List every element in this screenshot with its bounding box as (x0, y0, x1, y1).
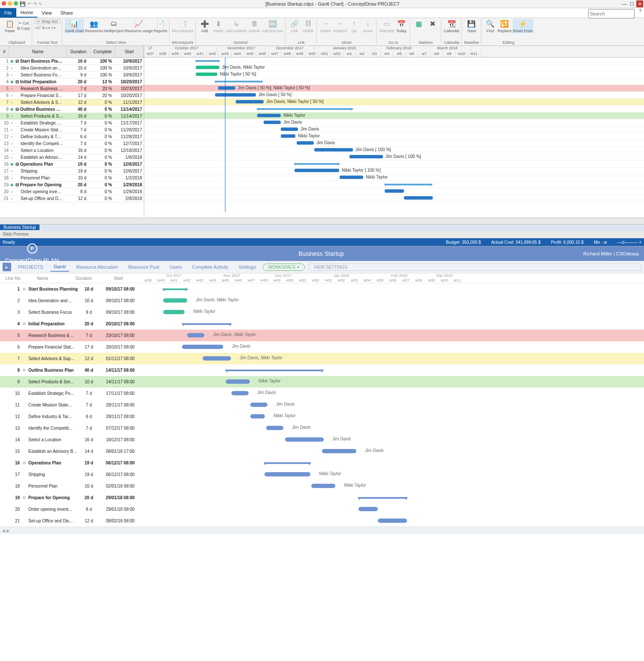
task-bar[interactable] (215, 93, 256, 97)
outdent-button[interactable]: ←Outdent (333, 19, 347, 33)
task-bar[interactable] (182, 345, 223, 349)
down-button[interactable]: ↓Down (361, 19, 374, 33)
wrap-text-toggle[interactable]: ↩ Wrap text (35, 19, 60, 24)
pointer-icon[interactable]: ↖ (39, 1, 43, 7)
task-bar[interactable] (264, 121, 281, 124)
insert-button[interactable]: ⬇Insert (212, 19, 225, 33)
task-bar[interactable] (322, 449, 356, 453)
col-start[interactable]: Start (115, 46, 144, 58)
task-row[interactable]: 10Establish Strategic Po...7 d17/11/17 0… (0, 388, 142, 399)
save-baseline-button[interactable]: 💾Save (465, 19, 478, 33)
task-bar[interactable] (264, 472, 310, 476)
task-bar[interactable] (311, 484, 335, 488)
task-row[interactable]: 21Set-up Office and Dis...12 d08/02/18 0… (0, 515, 142, 527)
goto-today-button[interactable]: 📅Today (395, 19, 408, 33)
summary-bar[interactable] (257, 108, 352, 110)
nav-gantt[interactable]: Gantt (50, 262, 70, 272)
calendar-button[interactable]: 📆Calendar (444, 19, 460, 33)
task-bar[interactable] (295, 169, 339, 172)
task-row[interactable]: 21▹Set-up Office and Display Areas12 d0 … (0, 195, 144, 202)
task-row[interactable]: 15Establish an Advisory Bo...14 d08/01/1… (0, 446, 142, 457)
scroll-left-icon[interactable]: ◀ (2, 528, 5, 533)
zoom-slider[interactable]: —⊙——— + (617, 240, 641, 245)
indent-button[interactable]: →Indent (319, 19, 332, 33)
task-row[interactable]: 6Prepare Financial Stat...17 d20/10/17 0… (0, 341, 142, 353)
task-row[interactable]: 9▹Select Products & Services10 d0 %11/14… (0, 113, 144, 120)
task-row[interactable]: 13▹Identify the Competition7 d0 %12/7/20… (0, 140, 144, 147)
menu-view[interactable]: View (37, 8, 56, 18)
task-row[interactable]: 8⊟Outline Business Plan40 d14/11/17 08:0… (0, 364, 142, 376)
task-row[interactable]: 19⊟Prepare for Opening20 d29/01/18 08:00 (0, 492, 142, 503)
task-bar[interactable] (250, 403, 267, 407)
task-row[interactable]: 17▹Shipping19 d0 %12/6/2017 (0, 168, 144, 175)
task-row[interactable]: 12▹Define Industry & Target Markets6 d0 … (0, 133, 144, 140)
task-row[interactable]: 1▣⊟ Start Business Planning10 d100 %10/9… (0, 58, 144, 65)
min-button[interactable]: — (621, 0, 628, 7)
task-bar[interactable] (297, 141, 314, 145)
task-row[interactable]: 4▣⊟ Initial Preparation20 d13 %10/20/201… (0, 79, 144, 85)
task-row[interactable]: 12Define Industry & Tar...6 d28/11/17 08… (0, 411, 142, 422)
summary-bar[interactable] (385, 184, 432, 185)
user-label[interactable]: Richard Miller | CSOdessa (583, 251, 639, 256)
task-bar[interactable] (203, 356, 231, 361)
link-button[interactable]: 🔗Link (288, 19, 301, 33)
expand-icon[interactable]: ⊟ (20, 322, 28, 326)
task-row[interactable]: 2▹Idea Generation and Refining10 d100 %1… (0, 65, 144, 72)
nav-respool[interactable]: Resource Pool (125, 263, 163, 271)
bcol-dur[interactable]: Duration (72, 276, 95, 281)
expand-icon[interactable]: ⊟ (20, 287, 28, 291)
menu-home[interactable]: Home (16, 8, 37, 18)
task-bar[interactable] (404, 196, 433, 200)
col-duration[interactable]: Duration (67, 46, 91, 58)
task-bar[interactable] (218, 86, 235, 90)
task-bar[interactable] (163, 310, 185, 314)
task-row[interactable]: 7▹Select Advisors & Support Consultants1… (0, 99, 144, 106)
delete-button[interactable]: 🗑Delete (248, 19, 261, 33)
project-tab[interactable]: Business Startup (0, 224, 39, 230)
task-bar[interactable] (340, 176, 363, 179)
task-bar[interactable] (257, 114, 281, 117)
smart-enter-button[interactable]: ⚡Smart Enter (513, 19, 533, 33)
summary-bar[interactable] (295, 163, 339, 165)
summary-bar[interactable] (264, 462, 310, 464)
task-bar[interactable] (196, 66, 219, 69)
task-row[interactable]: 16▣⊟ Operations Plan19 d0 %12/6/2017 (0, 161, 144, 168)
cut-button[interactable]: ✂ Cut (17, 21, 30, 25)
menu-share[interactable]: Share (56, 8, 77, 18)
task-row[interactable]: 8▣⊟ Outline Business Plan40 d0 %11/14/20… (0, 106, 144, 113)
summary-bar[interactable] (163, 288, 187, 290)
minimize-dot[interactable] (8, 1, 12, 6)
task-bar[interactable] (231, 391, 249, 395)
task-row[interactable]: 5▹Research Business & Trade Organization… (0, 85, 144, 92)
multiproject-button[interactable]: 🗂Multiproject (104, 19, 124, 33)
task-bar[interactable] (281, 134, 295, 138)
add-button[interactable]: ➕Add (198, 19, 211, 33)
close-button[interactable]: ✕ (636, 0, 643, 7)
task-row[interactable]: 11▹Create Mission Statement7 d0 %11/28/2… (0, 127, 144, 133)
hamburger-icon[interactable]: ▸ (3, 263, 11, 271)
help-icon[interactable]: ? (639, 8, 641, 18)
gantt-chart-button[interactable]: 📊Gantt chart (65, 19, 84, 33)
task-row[interactable]: 3▹Select Business Focus9 d100 %10/9/2017 (0, 72, 144, 79)
maximize-dot[interactable] (14, 1, 18, 6)
task-row[interactable]: 4⊟Initial Preparation20 d20/10/17 08:00 (0, 318, 142, 330)
search-input[interactable] (588, 9, 635, 18)
markers-green[interactable]: ▦ (413, 19, 425, 28)
task-bar[interactable] (349, 155, 383, 158)
close-dot[interactable] (2, 1, 6, 6)
task-row[interactable]: 1⊟Start Business Planning10 d09/10/17 08… (0, 283, 142, 295)
task-row[interactable]: 18▹Personnel Plan10 d0 %1/2/2018 (0, 175, 144, 182)
task-row[interactable]: 9Select Products & Ser...10 d14/11/17 08… (0, 376, 142, 388)
task-row[interactable]: 2Idea Generation and ...10 d09/10/17 08:… (0, 295, 142, 306)
expand-icon[interactable]: ⊟ (20, 496, 28, 500)
summary-bar[interactable] (215, 81, 262, 82)
task-row[interactable]: 18Personnel Plan10 d02/01/18 08:00 (0, 480, 142, 492)
nav-complete[interactable]: Complete Activity (189, 263, 232, 271)
resource-usage-button[interactable]: 📈Resource usage (125, 19, 153, 33)
task-row[interactable]: 13Identify the Competiti...7 d07/12/17 0… (0, 422, 142, 434)
col-hash[interactable]: # (0, 46, 9, 58)
workspace-dropdown[interactable]: WORKSPACE ▾ (263, 264, 305, 271)
nav-users[interactable]: Users (166, 263, 185, 271)
nav-projects[interactable]: PROJECTS (15, 263, 47, 271)
col-name[interactable]: Name (9, 46, 67, 58)
